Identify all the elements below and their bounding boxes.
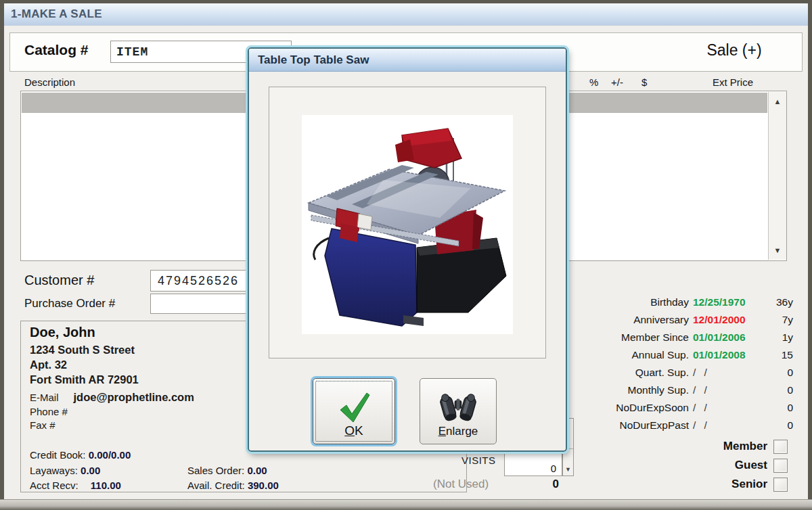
- scroll-up-button[interactable]: ▲: [770, 93, 785, 110]
- stat-extra: 0: [787, 419, 793, 432]
- customer-address1: 1234 South S Street: [30, 344, 135, 356]
- binoculars-icon: [438, 392, 478, 423]
- stat-extra: 0: [787, 402, 793, 414]
- column-header-plusminus: +/-: [611, 76, 623, 88]
- stat-label: Anniversary: [633, 314, 689, 326]
- stat-extra: 15: [782, 349, 793, 361]
- layaways-row: Layaways: 0.00: [30, 465, 100, 476]
- table-saw-illustration: [302, 115, 513, 334]
- visits-value: 0: [551, 463, 556, 474]
- catalog-number-value: ITEM: [116, 45, 148, 59]
- stat-label: NoDurExpPast: [619, 419, 689, 432]
- scroll-down-button[interactable]: ▼: [770, 242, 785, 258]
- stat-row-member-since: Member Since 01/01/2006 1y: [582, 331, 796, 349]
- avail-credit-row: Avail. Credit: 390.00: [187, 480, 279, 491]
- stat-row-quart-sup: Quart. Sup. / / 0: [582, 367, 796, 384]
- flag-row-guest: Guest: [650, 459, 794, 473]
- senior-label: Senior: [731, 478, 767, 491]
- stat-date: / /: [693, 384, 710, 396]
- purchase-order-label: Purchase Order #: [24, 297, 115, 310]
- window-border-top: [0, 0, 812, 3]
- sales-order-label: Sales Order:: [187, 465, 244, 476]
- visits-input[interactable]: 0: [504, 449, 562, 476]
- window-border-bottom: [0, 499, 812, 510]
- customer-phone-label: Phone #: [30, 406, 68, 417]
- avail-credit-label: Avail. Credit:: [187, 480, 245, 491]
- spinner-down-icon: ▼: [563, 466, 573, 473]
- customer-citystate: Fort Smith AR 72901: [30, 373, 139, 386]
- stat-label: Member Since: [621, 331, 689, 344]
- guest-label: Guest: [735, 459, 767, 472]
- window-titlebar[interactable]: 1-MAKE A SALE: [4, 3, 808, 26]
- email-value: jdoe@prophetline.com: [74, 391, 194, 403]
- stat-row-monthly-sup: Monthly Sup. / / 0: [582, 384, 796, 402]
- column-header-dollar: $: [641, 76, 647, 88]
- window-title: 1-MAKE A SALE: [11, 7, 102, 21]
- senior-checkbox[interactable]: [773, 478, 788, 492]
- sales-order-row: Sales Order: 0.00: [187, 465, 267, 476]
- ok-button[interactable]: OK: [313, 378, 395, 444]
- stat-date: 01/01/2008: [693, 349, 746, 361]
- sale-mode-label: Sale (+): [677, 41, 792, 60]
- sales-order-value: 0.00: [247, 465, 267, 476]
- stat-label: Monthly Sup.: [628, 384, 689, 396]
- stat-extra: 36y: [776, 296, 793, 308]
- stat-date: / /: [693, 419, 710, 432]
- scroll-down-icon: ▼: [774, 246, 782, 254]
- column-header-ext-price: Ext Price: [713, 76, 753, 88]
- ok-button-label: OK: [344, 423, 363, 438]
- stat-row-nodurexppast: NoDurExpPast / / 0: [582, 419, 796, 437]
- stat-date: 12/01/2000: [693, 314, 746, 326]
- dialog-titlebar[interactable]: Table Top Table Saw: [249, 49, 566, 72]
- stat-extra: 0: [787, 367, 793, 379]
- flag-row-senior: Senior: [650, 478, 794, 492]
- customer-fax-label: Fax #: [30, 419, 55, 431]
- product-image: [302, 115, 513, 334]
- acct-recv-value: 110.00: [91, 480, 121, 491]
- credit-book-value: 0.00/0.00: [89, 449, 131, 461]
- product-image-dialog: Table Top Table Saw: [248, 47, 567, 452]
- catalog-number-label: Catalog #: [24, 42, 89, 58]
- list-scrollbar[interactable]: ▲ ▼: [768, 92, 786, 260]
- scroll-up-icon: ▲: [774, 97, 782, 106]
- customer-email-row: E-Mailjdoe@prophetline.com: [30, 391, 194, 404]
- stat-extra: 7y: [782, 314, 793, 326]
- guest-checkbox[interactable]: [773, 459, 788, 473]
- column-header-description: Description: [24, 76, 75, 88]
- customer-name: Doe, John: [30, 325, 95, 340]
- stat-date: / /: [693, 402, 710, 414]
- stat-label: Annual Sup.: [632, 349, 689, 361]
- acct-recv-row: Acct Recv: 110.00: [30, 480, 121, 491]
- stat-label: NoDurExpSoon: [616, 402, 689, 414]
- window-border-left: [0, 0, 4, 510]
- column-header-percent: %: [589, 76, 598, 88]
- stat-date: 01/01/2006: [693, 331, 746, 344]
- stat-extra: 0: [787, 384, 793, 396]
- customer-address2: Apt. 32: [30, 358, 67, 371]
- dialog-title: Table Top Table Saw: [258, 53, 369, 67]
- enlarge-button[interactable]: Enlarge: [420, 378, 497, 444]
- not-used-label: (Not Used): [433, 478, 489, 491]
- window-border-right: [808, 0, 812, 510]
- stat-label: Birthday: [650, 296, 689, 308]
- not-used-value: 0: [535, 478, 559, 491]
- credit-book-row: Credit Book: 0.00/0.00: [30, 449, 131, 461]
- enlarge-button-label: Enlarge: [438, 425, 478, 438]
- customer-number-label: Customer #: [24, 273, 94, 288]
- member-checkbox[interactable]: [773, 440, 788, 454]
- stat-row-annual-sup: Annual Sup. 01/01/2008 15: [582, 349, 796, 367]
- stat-date: / /: [693, 367, 710, 379]
- green-checkmark-icon: [336, 391, 371, 422]
- stat-date: 12/25/1970: [693, 296, 746, 308]
- email-label: E-Mail: [30, 392, 59, 403]
- stat-label: Quart. Sup.: [635, 367, 689, 379]
- member-label: Member: [723, 440, 767, 453]
- pos-window: 1-MAKE A SALE Catalog # ITEM Sale (+) De…: [0, 0, 812, 510]
- stat-extra: 1y: [782, 331, 793, 344]
- avail-credit-value: 390.00: [248, 480, 279, 491]
- layaways-label: Layaways:: [30, 465, 78, 476]
- visits-label: VISITS: [461, 455, 496, 466]
- stat-row-nodurexpsoon: NoDurExpSoon / / 0: [582, 402, 796, 419]
- customer-number-value: 4794526526: [158, 274, 239, 288]
- credit-book-label: Credit Book:: [30, 449, 86, 461]
